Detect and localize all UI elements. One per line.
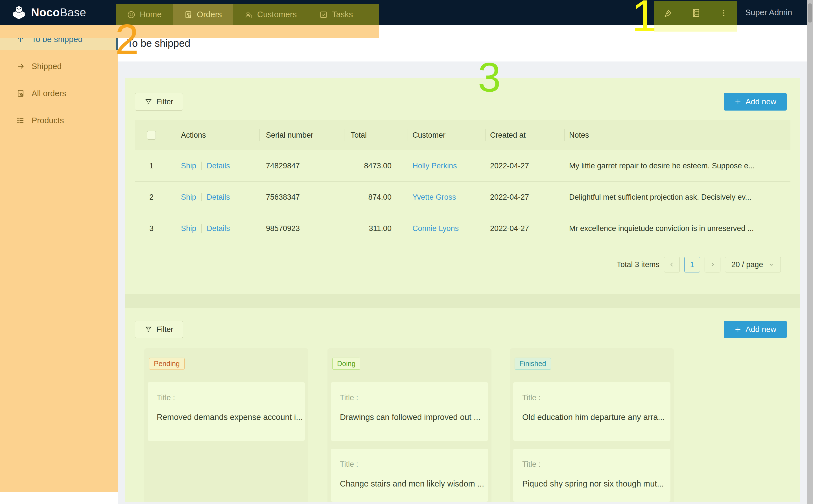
list-icon [16,116,25,125]
serial-number-cell: 75638347 [260,193,344,202]
order-list-icon [16,89,25,98]
nav-item-tasks[interactable]: Tasks [308,4,364,25]
add-new-button-label: Add new [746,325,776,334]
user-menu[interactable]: Super Admin [745,0,792,25]
status-badge-pending: Pending [149,358,184,370]
action-divider [201,224,201,233]
ui-editor-highlighter-icon[interactable] [663,8,673,18]
plus-icon [734,326,742,333]
main-nav-menu: Home Orders Customers [116,4,379,25]
created-at-cell: 2022-04-27 [485,193,564,202]
add-new-button[interactable]: Add new [724,321,787,338]
kanban-card[interactable]: Title : Drawings can followed improved o… [331,382,488,441]
details-link[interactable]: Details [207,162,230,170]
scrollbar-thumb[interactable] [808,3,812,23]
kanban-card[interactable]: Title : Piqued shy spring nor six though… [513,449,671,502]
created-at-cell: 2022-04-27 [485,162,564,170]
tasks-kanban-block: Filter Add new Pending Title : Removed d… [125,308,800,502]
kanban-card[interactable]: Title : Change stairs and men likely wis… [331,449,488,502]
filter-funnel-icon [144,98,152,106]
screen: NocoBase Home Orders [0,0,813,504]
row-index: 2 [135,193,168,202]
table-row: 1 Ship Details 74829847 8473.00 Holly Pe… [135,150,790,182]
sidebar-item-products[interactable]: Products [0,110,118,131]
top-navbar: NocoBase Home Orders [0,0,807,25]
card-field-label: Title : [522,460,540,469]
pagination: Total 3 items 1 20 / page [617,256,781,273]
nav-item-label: Home [140,10,161,19]
sidebar-item-shipped[interactable]: Shipped [0,56,118,77]
kanban-card[interactable]: Title : Removed demands expense account … [148,382,305,441]
column-header-serial-number[interactable]: Serial number [260,120,344,150]
card-field-label: Title : [157,393,175,402]
filter-button-label: Filter [156,325,173,334]
sidebar: To be shipped Shipped All orders [0,25,118,504]
card-field-label: Title : [340,460,358,469]
details-link[interactable]: Details [207,193,230,202]
table-row: 2 Ship Details 75638347 874.00 Yvette Gr… [135,182,790,213]
more-ellipsis-icon[interactable] [719,8,729,18]
nav-item-orders[interactable]: Orders [173,4,233,25]
card-title-text: Removed demands expense account i... [157,413,303,422]
page-size-value: 20 / page [731,260,763,269]
sidebar-item-label: Products [32,116,64,125]
status-badge-finished: Finished [515,358,551,370]
card-title-text: Old education him departure any arra... [522,413,665,422]
annotation-2-band [0,25,379,38]
nocobase-logo-icon [11,5,27,20]
card-title-text: Drawings can followed improved out ... [340,413,480,422]
ship-link[interactable]: Ship [181,224,196,233]
pagination-total-label: Total 3 items [617,260,660,269]
page-title: To be shipped [127,38,190,49]
created-at-cell: 2022-04-27 [485,224,564,233]
column-header-customer[interactable]: Customer [408,120,485,150]
ship-link[interactable]: Ship [181,193,196,202]
navbar-action-icons [654,1,737,25]
sidebar-item-all-orders[interactable]: All orders [0,83,118,104]
orders-table-block: Filter Add new Actions Serial number [125,78,800,294]
nocobase-logo[interactable]: NocoBase [11,0,86,25]
column-header-total[interactable]: Total [344,120,408,150]
customers-icon [245,10,253,19]
page-size-select[interactable]: 20 / page [725,257,781,272]
kanban-card[interactable]: Title : Old education him departure any … [513,382,671,441]
pagination-next-button[interactable] [705,257,720,272]
order-form-icon [184,10,192,19]
pagination-prev-button[interactable] [664,257,680,272]
add-new-button-label: Add new [746,97,776,106]
nav-item-label: Tasks [332,10,353,19]
plugin-manager-server-icon[interactable] [691,8,701,18]
notes-cell: My little garret repair to desire he est… [564,162,790,170]
sidebar-item-label: Shipped [32,62,61,71]
column-header-notes[interactable]: Notes [564,120,790,150]
select-all-checkbox[interactable] [147,131,156,140]
notes-cell: Mr excellence inquietude conviction is i… [564,224,790,233]
vertical-scrollbar[interactable] [807,0,813,504]
ship-link[interactable]: Ship [181,162,196,170]
kanban-column-pending: Pending Title : Removed demands expense … [144,348,308,502]
customer-link[interactable]: Connie Lyons [412,224,459,233]
total-cell: 311.00 [344,224,408,233]
column-header-actions[interactable]: Actions [168,120,260,150]
action-divider [201,162,201,170]
main-content: Filter Add new Actions Serial number [125,78,800,502]
filter-button[interactable]: Filter [135,93,183,111]
pagination-page-1-button[interactable]: 1 [684,257,700,272]
nav-item-customers[interactable]: Customers [233,4,308,25]
nav-item-home[interactable]: Home [116,4,173,25]
column-header-created-at[interactable]: Created at [485,120,564,150]
card-field-label: Title : [522,393,540,402]
details-link[interactable]: Details [207,224,230,233]
total-cell: 874.00 [344,193,408,202]
orders-table-header: Actions Serial number Total Customer Cre… [135,120,790,150]
orders-table: Actions Serial number Total Customer Cre… [135,120,790,244]
plus-icon [734,98,742,105]
kanban-column-doing: Doing Title : Drawings can followed impr… [328,348,491,502]
annotation-1-strip [654,25,737,32]
filter-button[interactable]: Filter [135,321,183,338]
block-divider [125,294,800,308]
customer-link[interactable]: Yvette Gross [412,193,456,201]
user-name-label: Super Admin [745,8,792,17]
customer-link[interactable]: Holly Perkins [412,162,457,170]
add-new-button[interactable]: Add new [724,93,787,111]
